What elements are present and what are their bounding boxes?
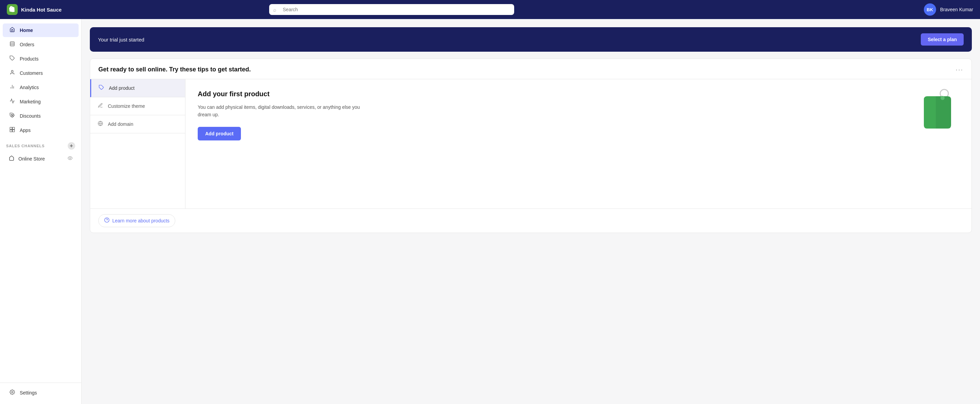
sidebar-marketing-label: Marketing: [20, 99, 40, 105]
add-product-button[interactable]: Add product: [198, 127, 241, 141]
learn-more-button[interactable]: Learn more about products: [98, 214, 175, 227]
apps-icon: [9, 127, 16, 134]
learn-more-label: Learn more about products: [112, 218, 169, 223]
top-navigation: Kinda Hot Sauce ⌕ BK Braveen Kumar: [0, 0, 980, 19]
tip-detail-panel: Add your first product You can add physi…: [185, 79, 972, 209]
discounts-icon: [9, 112, 16, 119]
sidebar-item-settings[interactable]: Settings: [3, 386, 79, 399]
sidebar-item-orders[interactable]: Orders: [3, 38, 79, 51]
shopify-logo-icon: [7, 4, 18, 15]
learn-more-section: Learn more about products: [90, 209, 972, 233]
globe-icon: [97, 121, 104, 128]
svg-rect-13: [10, 130, 12, 132]
tip-item-add-domain[interactable]: Add domain: [90, 115, 185, 133]
sales-channels-label: SALES CHANNELS: [6, 144, 45, 148]
layout: Home Orders Products Customers Analytics: [0, 19, 980, 404]
search-icon: ⌕: [273, 7, 276, 13]
sidebar-item-customers[interactable]: Customers: [3, 66, 79, 80]
home-icon: [9, 27, 16, 34]
tips-title: Get ready to sell online. Try these tips…: [98, 66, 251, 73]
orders-icon: [9, 41, 16, 48]
avatar[interactable]: BK: [924, 3, 936, 16]
tips-header: Get ready to sell online. Try these tips…: [90, 59, 972, 79]
svg-point-21: [940, 96, 945, 100]
online-store-icon: [9, 155, 14, 162]
sidebar-item-online-store[interactable]: Online Store: [3, 152, 79, 165]
trial-text: Your trial just started: [98, 37, 144, 43]
sidebar-settings-label: Settings: [20, 390, 37, 396]
marketing-icon: [9, 98, 16, 105]
tip-detail-description: You can add physical items, digital down…: [198, 103, 361, 119]
sidebar-bottom: Settings: [0, 383, 81, 400]
sidebar-orders-label: Orders: [20, 42, 34, 47]
sales-channels-section: SALES CHANNELS +: [0, 137, 81, 152]
help-icon: [104, 217, 110, 224]
svg-point-16: [11, 391, 13, 393]
svg-rect-14: [13, 130, 14, 132]
sidebar-customers-label: Customers: [20, 70, 43, 76]
tip-item-customize-theme[interactable]: Customize theme: [90, 97, 185, 115]
sidebar-item-products[interactable]: Products: [3, 52, 79, 66]
tag-icon: [98, 85, 105, 92]
settings-icon: [9, 390, 16, 396]
select-plan-button[interactable]: Select a plan: [921, 33, 964, 46]
svg-point-8: [11, 114, 12, 115]
sidebar-home-label: Home: [20, 27, 33, 33]
tips-body: Add product Customize theme Add domain: [90, 79, 972, 209]
svg-rect-0: [10, 42, 14, 46]
tip-customize-theme-label: Customize theme: [108, 103, 145, 109]
sidebar-item-apps[interactable]: Apps: [3, 124, 79, 137]
add-sales-channel-button[interactable]: +: [68, 142, 75, 150]
analytics-icon: [9, 84, 16, 91]
products-icon: [9, 55, 16, 62]
tips-list: Add product Customize theme Add domain: [90, 79, 185, 209]
svg-point-15: [69, 157, 71, 159]
tip-add-domain-label: Add domain: [108, 121, 134, 127]
sidebar-discounts-label: Discounts: [20, 113, 40, 119]
sidebar: Home Orders Products Customers Analytics: [0, 19, 82, 404]
sidebar-item-home[interactable]: Home: [3, 24, 79, 37]
more-options-button[interactable]: ···: [956, 66, 963, 73]
search-container: ⌕: [269, 4, 514, 15]
brand-name: Kinda Hot Sauce: [21, 7, 62, 13]
tip-item-add-product[interactable]: Add product: [90, 79, 185, 97]
trial-banner: Your trial just started Select a plan: [90, 27, 972, 52]
sidebar-apps-label: Apps: [20, 128, 30, 133]
main-content: Your trial just started Select a plan Ge…: [82, 19, 980, 404]
topnav-right: BK Braveen Kumar: [924, 3, 973, 16]
sidebar-item-analytics[interactable]: Analytics: [3, 81, 79, 94]
sidebar-item-discounts[interactable]: Discounts: [3, 109, 79, 123]
customers-icon: [9, 70, 16, 76]
username: Braveen Kumar: [940, 7, 973, 12]
online-store-label: Online Store: [18, 156, 64, 162]
svg-rect-11: [10, 127, 12, 129]
brand[interactable]: Kinda Hot Sauce: [7, 4, 62, 15]
sidebar-item-marketing[interactable]: Marketing: [3, 95, 79, 108]
svg-rect-12: [13, 127, 14, 129]
search-input[interactable]: [269, 4, 514, 15]
tip-detail-title: Add your first product: [198, 90, 959, 98]
sidebar-analytics-label: Analytics: [20, 85, 39, 90]
tips-card: Get ready to sell online. Try these tips…: [90, 59, 972, 233]
visibility-icon[interactable]: [68, 156, 73, 162]
product-illustration: [917, 86, 958, 130]
tip-add-product-label: Add product: [109, 86, 135, 91]
customize-icon: [97, 103, 104, 109]
sidebar-products-label: Products: [20, 56, 38, 62]
svg-point-4: [11, 70, 13, 72]
